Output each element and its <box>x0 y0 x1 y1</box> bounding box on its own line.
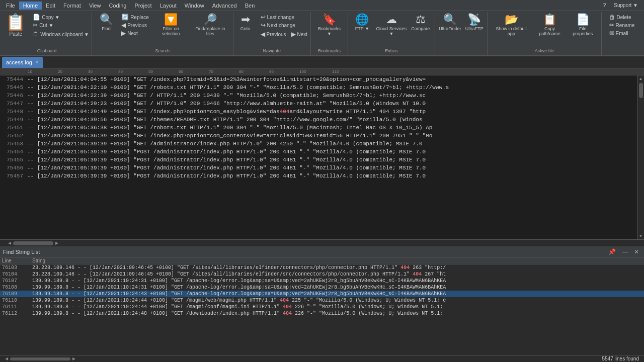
copypathname-icon: 📋 <box>543 14 556 25</box>
find-panel-close[interactable]: ✕ <box>632 248 641 255</box>
menu-advanced[interactable]: Advanced <box>208 2 241 10</box>
find-hscroll-thumb[interactable] <box>10 357 70 360</box>
ultrafinder-icon: 🔍 <box>443 14 457 25</box>
menu-layout[interactable]: Layout <box>156 2 181 10</box>
replace-label: Replace <box>130 15 149 20</box>
find-row[interactable]: 76107139.99.189.8 - - [12/Jan/2021:10:24… <box>0 278 644 284</box>
ultrafinder-button[interactable]: 🔍 UltraFinder <box>437 13 463 32</box>
goto-icon: ➡ <box>241 14 250 25</box>
copypathname-button[interactable]: 📋 Copy path/name <box>532 13 567 37</box>
editor-hscroll[interactable]: ◀ ▶ <box>0 239 644 246</box>
next-button[interactable]: ▶ Next <box>119 29 151 37</box>
find-row-line: 76110 <box>2 298 32 303</box>
fileops-inner: 🗑 Delete ✏ Rename ✉ Email <box>607 13 637 53</box>
find-row[interactable]: 76111139.99.189.8 - - [12/Jan/2021:10:24… <box>0 304 644 310</box>
editor-line: 75451 -- [12/Jan/2021:05:36:38 +0100] "G… <box>0 124 637 132</box>
lastchange-button[interactable]: ↩ Last change <box>259 13 309 21</box>
bookmarks-button[interactable]: 🔖 Bookmarks ▼ <box>314 13 345 37</box>
menu-window[interactable]: Window <box>181 2 208 10</box>
delete-button[interactable]: 🗑 Delete <box>607 13 637 21</box>
vscroll-down[interactable]: ▼ <box>639 234 643 238</box>
nextchange-icon: ↪ <box>261 22 266 29</box>
find-panel-pin[interactable]: 📌 <box>606 248 618 255</box>
line-content: -- [12/Jan/2021:04:22:39 +0100] "GET / H… <box>27 92 426 100</box>
menu-project[interactable]: Project <box>130 2 155 10</box>
copy-button[interactable]: 📄 Copy ▼ <box>31 13 91 21</box>
cloudservices-button[interactable]: ☁ Cloud Services ▼ <box>373 13 410 37</box>
menu-edit[interactable]: Edit <box>42 2 59 10</box>
menu-coding[interactable]: Coding <box>105 2 131 10</box>
editor-main: 75444 -- [12/Jan/2021:04:04:55 +0100] "G… <box>0 75 637 239</box>
editor-line: 75456 -- [12/Jan/2021:05:39:39 +0100] "P… <box>0 164 637 172</box>
extras-inner: 🌐 FTP ▼ ☁ Cloud Services ▼ ⚖ Compare <box>351 13 432 48</box>
findreplace-button[interactable]: 🔎 Find/replace in files <box>191 13 230 37</box>
line-number: 75455 <box>2 156 27 164</box>
line-number: 75447 <box>2 100 27 108</box>
goto-button[interactable]: ➡ Goto <box>234 13 257 32</box>
fileproperties-button[interactable]: 📄 File properties <box>567 13 598 37</box>
line-content: -- [12/Jan/2021:05:36:39 +0100] "GET /in… <box>27 132 432 140</box>
menu-ben[interactable]: Ben <box>241 2 259 10</box>
find-col-string-header: String <box>32 258 642 263</box>
find-row-text: 139.99.189.8 - - [12/Jan/2021:10:24:44 +… <box>32 298 642 303</box>
tab-label: access.log <box>6 59 32 65</box>
editor-region: 75444 -- [12/Jan/2021:04:04:55 +0100] "G… <box>0 75 644 239</box>
hscroll-left[interactable]: ◀ <box>8 241 11 245</box>
found-count: 5547 lines found <box>602 356 639 361</box>
find-row[interactable]: 76110139.99.189.8 - - [12/Jan/2021:10:24… <box>0 297 644 304</box>
menu-file[interactable]: File <box>2 2 19 10</box>
windows-clipboard-button[interactable]: 🗒 Windows clipboard ▼ <box>31 30 91 38</box>
showindefault-button[interactable]: 📂 Show in default app <box>491 13 532 37</box>
clipboard-inner: 📋 Paste 📄 Copy ▼ ✂ Cut ▼ 🗒 Windows clipb… <box>3 13 91 48</box>
ftp-button[interactable]: 🌐 FTP ▼ <box>351 13 373 32</box>
cut-button[interactable]: ✂ Cut ▼ <box>31 21 91 29</box>
editor-line: 75446 -- [12/Jan/2021:04:22:39 +0100] "G… <box>0 92 637 100</box>
nextchange-label: Next change <box>267 23 295 28</box>
clipboard-label: Windows clipboard ▼ <box>40 32 89 37</box>
copy-dropdown[interactable]: ▼ <box>55 15 60 20</box>
prev-button[interactable]: ◀ Previous <box>119 21 151 29</box>
find-row-line: 76107 <box>2 278 32 284</box>
find-row[interactable]: 76109139.99.189.8 - - [12/Jan/2021:10:24… <box>0 291 644 297</box>
compare-button[interactable]: ⚖ Compare <box>410 13 432 32</box>
find-label: Find <box>102 26 111 31</box>
tab-close-button[interactable]: × <box>35 59 39 66</box>
hscroll-right[interactable]: ▶ <box>55 241 58 245</box>
menu-format[interactable]: Format <box>59 2 85 10</box>
paste-button[interactable]: 📋 Paste <box>3 13 29 38</box>
rename-button[interactable]: ✏ Rename <box>607 21 637 29</box>
find-row[interactable]: 76108139.99.189.8 - - [12/Jan/2021:10:24… <box>0 284 644 291</box>
line-number: 75452 <box>2 132 27 140</box>
find-hscroll-right[interactable]: ▶ <box>72 356 75 361</box>
vscroll-bar[interactable]: ▲ ▼ <box>637 75 644 239</box>
ribbon-group-activefile: 📂 Show in default app 📋 Copy path/name 📄… <box>488 12 602 55</box>
nextchange-button[interactable]: ↪ Next change <box>259 21 309 29</box>
menu-support[interactable]: Support ▼ <box>610 2 642 9</box>
cloudservices-icon: ☁ <box>386 14 397 25</box>
filter-button[interactable]: 🔽 Filter on selection <box>153 13 189 37</box>
menu-home[interactable]: Home <box>19 2 42 10</box>
replace-button[interactable]: 🔄 Replace <box>119 13 151 21</box>
ultraftp-button[interactable]: 📡 UltraFTP <box>463 13 486 32</box>
find-hscroll-left[interactable]: ◀ <box>5 356 8 361</box>
email-button[interactable]: ✉ Email <box>607 29 637 37</box>
ribbon-group-bookmarks: 🔖 Bookmarks ▼ Bookmarks <box>311 12 348 55</box>
vscroll-up[interactable]: ▲ <box>639 76 643 81</box>
cut-icon: ✂ <box>33 22 38 29</box>
vscroll-thumb[interactable] <box>639 83 643 98</box>
find-panel-minimize[interactable]: — <box>620 248 630 255</box>
tab-access-log[interactable]: access.log × <box>2 57 43 68</box>
editor-line: 75449 -- [12/Jan/2021:04:39:56 +0100] "G… <box>0 116 637 124</box>
find-row[interactable]: 76112139.99.189.8 - - [12/Jan/2021:10:24… <box>0 310 644 317</box>
menu-view[interactable]: View <box>85 2 105 10</box>
find-hscroll[interactable]: ◀ ▶ 5547 lines found <box>0 355 644 362</box>
find-button[interactable]: 🔍 Find <box>95 13 117 32</box>
nav-next-icon: ▶ <box>291 31 296 38</box>
editor-line: 75445 -- [12/Jan/2021:04:22:10 +0100] "G… <box>0 83 637 92</box>
find-row[interactable]: 7610423.228.109.146 - - [12/Jan/2021:09:… <box>0 271 644 278</box>
editor-hscroll-thumb[interactable] <box>13 241 53 245</box>
nav-next-button[interactable]: ▶ Next <box>289 30 310 38</box>
find-row[interactable]: 7610323.228.109.146 - - [12/Jan/2021:09:… <box>0 264 644 271</box>
nav-prev-button[interactable]: ◀ Previous <box>259 30 288 38</box>
menu-help-icon[interactable]: ? <box>599 2 610 9</box>
